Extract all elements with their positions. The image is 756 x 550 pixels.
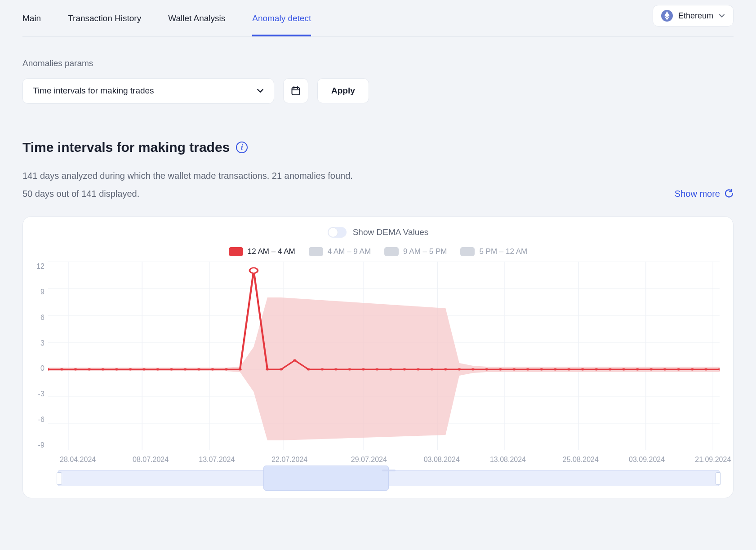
calendar-icon [290,85,301,96]
x-tick: 29.07.2024 [351,455,387,465]
chart-plot[interactable] [48,262,720,450]
tabs: Main Transaction History Wallet Analysis… [22,0,311,36]
apply-button[interactable]: Apply [317,78,369,103]
svg-point-28 [129,368,132,371]
y-tick: 6 [40,313,44,323]
svg-point-65 [636,368,639,371]
svg-point-67 [663,368,666,371]
x-tick: 13.08.2024 [490,455,526,465]
params-row: Time intervals for making trades Apply [22,78,734,104]
legend-swatch [384,247,399,256]
svg-point-34 [211,368,214,371]
tab-transaction-history[interactable]: Transaction History [68,0,141,36]
svg-point-23 [60,368,63,371]
scrubber-grip [382,470,396,471]
scrubber-handle-right[interactable] [716,472,721,485]
date-range-button[interactable] [283,78,308,103]
y-tick: -6 [38,415,44,425]
legend-label: 12 AM – 4 AM [248,246,295,257]
svg-point-44 [348,368,351,371]
section-displayed: 50 days out of 141 displayed. [22,187,139,200]
svg-point-72 [249,268,258,273]
svg-point-56 [512,368,516,371]
y-axis: 129630-3-6-9 [36,262,48,450]
svg-point-25 [88,368,91,371]
svg-point-58 [540,368,543,371]
svg-point-32 [183,368,187,371]
y-tick: -9 [38,440,44,450]
svg-point-40 [293,359,296,362]
tabs-row: Main Transaction History Wallet Analysis… [22,0,734,37]
x-tick: 25.08.2024 [563,455,599,465]
show-more-label: Show more [675,187,720,200]
svg-point-49 [416,368,419,371]
svg-point-61 [581,368,584,371]
svg-point-68 [677,368,680,371]
legend-item-0[interactable]: 12 AM – 4 AM [229,246,295,257]
section-title: Time intervals for making trades [22,138,230,157]
svg-point-26 [101,368,104,371]
x-tick: 22.07.2024 [271,455,307,465]
svg-point-70 [704,368,707,371]
info-icon[interactable]: i [236,142,248,153]
x-tick: 13.07.2024 [199,455,235,465]
section-title-row: Time intervals for making trades i [22,138,734,157]
chevron-down-icon [257,87,264,94]
legend-item-2[interactable]: 9 AM – 5 PM [384,246,447,257]
section-summary: 141 days analyzed during which the walle… [22,169,734,182]
svg-point-38 [266,368,269,371]
tab-anomaly-detect[interactable]: Anomaly detect [252,0,311,36]
y-tick: 3 [40,338,44,348]
svg-point-53 [471,368,474,371]
svg-rect-0 [292,88,300,95]
y-tick: 0 [40,364,44,373]
svg-point-54 [485,368,488,371]
svg-point-59 [553,368,556,371]
svg-point-48 [403,368,406,371]
svg-point-47 [389,368,392,371]
svg-point-29 [142,368,146,371]
params-label: Anomalies params [22,58,734,70]
dema-toggle-row: Show DEMA Values [36,226,720,239]
svg-point-45 [361,368,365,371]
time-scrubber[interactable] [58,470,720,486]
svg-point-55 [498,368,502,371]
anomaly-type-value: Time intervals for making trades [33,85,154,97]
scrubber-handle-left[interactable] [57,472,62,485]
svg-point-42 [320,368,324,371]
svg-point-46 [375,368,378,371]
legend-swatch [229,247,243,256]
chain-select-label: Ethereum [678,10,713,22]
ethereum-icon [661,10,673,22]
x-tick: 28.04.2024 [60,455,96,465]
svg-point-50 [430,368,433,371]
legend-swatch [460,247,475,256]
chart-wrap: 129630-3-6-9 [36,262,720,450]
show-more-link[interactable]: Show more [675,187,734,200]
svg-point-64 [622,368,625,371]
legend-item-1[interactable]: 4 AM – 9 AM [309,246,371,257]
x-tick: 03.09.2024 [629,455,665,465]
chevron-down-icon [719,13,725,19]
dema-toggle[interactable] [328,227,347,238]
tab-wallet-analysis[interactable]: Wallet Analysis [168,0,225,36]
tab-main[interactable]: Main [22,0,41,36]
x-tick: 21.09.2024 [695,455,731,465]
chart-legend: 12 AM – 4 AM4 AM – 9 AM9 AM – 5 PM5 PM –… [36,246,720,257]
svg-point-63 [608,368,611,371]
legend-label: 5 PM – 12 AM [479,246,527,257]
refresh-icon [725,189,734,198]
legend-item-3[interactable]: 5 PM – 12 AM [460,246,527,257]
y-tick: 12 [36,262,44,271]
svg-point-41 [307,368,310,371]
chain-select[interactable]: Ethereum [653,5,734,27]
svg-point-57 [526,368,529,371]
svg-point-62 [595,368,598,371]
anomaly-type-select[interactable]: Time intervals for making trades [22,78,274,104]
svg-point-66 [649,368,653,371]
svg-point-60 [567,368,570,371]
legend-label: 4 AM – 9 AM [328,246,371,257]
svg-point-27 [115,368,118,371]
svg-point-52 [458,368,461,371]
svg-point-30 [156,368,159,371]
